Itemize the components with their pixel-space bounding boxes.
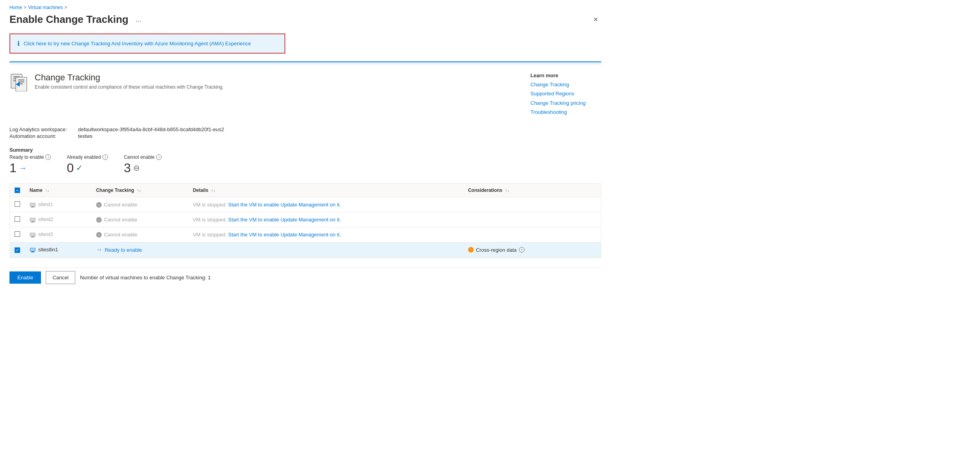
consideration-text: Cross-region data <box>476 247 517 253</box>
col-considerations[interactable]: Considerations ↑↓ <box>463 184 601 197</box>
svg-rect-11 <box>31 207 35 207</box>
enable-button[interactable]: Enable <box>9 271 41 284</box>
status-cannot: – Cannot enable <box>96 217 184 223</box>
info-banner-text: Click here to try new Change Tracking An… <box>24 41 251 46</box>
section-left: Change Tracking Enable consistent contro… <box>9 72 224 91</box>
vm-table: – Name ↑↓ Change Tracking ↑↓ Details ↑↓ … <box>10 184 601 258</box>
vm-icon <box>30 217 36 223</box>
row-checkbox-cell-sltestlin1[interactable]: ✓ <box>10 242 25 258</box>
status-text: Cannot enable <box>104 217 138 223</box>
row-name-sltest2: sltest2 <box>25 212 91 227</box>
learn-more-title: Learn more <box>530 72 601 78</box>
detail-static: VM is stopped. <box>193 217 228 223</box>
row-status-sltest3: – Cannot enable <box>91 227 188 242</box>
row-status-sltest1: – Cannot enable <box>91 197 188 212</box>
section-header: Change Tracking Enable consistent contro… <box>9 72 601 117</box>
table-row: sltest2 – Cannot enable VM is stopped. S… <box>10 212 601 227</box>
summary-already-info[interactable]: i <box>102 154 108 160</box>
select-all-checkbox[interactable]: – <box>15 188 20 193</box>
status-text: Cannot enable <box>104 232 138 238</box>
summary-cards: Ready to enable i 1 → Already enabled i … <box>9 154 601 175</box>
row-status-sltest2: – Cannot enable <box>91 212 188 227</box>
status-ready: → Ready to enable <box>96 246 184 253</box>
vm-icon <box>30 232 36 238</box>
consideration-info[interactable]: i <box>519 247 524 253</box>
ellipsis-button[interactable]: ... <box>133 15 144 24</box>
summary-ready-label: Ready to enable <box>9 154 44 160</box>
summary-cannot-label: Cannot enable <box>124 154 154 160</box>
log-analytics-row: Log Analytics workspace: defaultworkspac… <box>9 126 601 132</box>
row-checkbox-sltest1[interactable] <box>15 201 20 207</box>
row-checkbox-cell-sltest1[interactable] <box>10 197 25 212</box>
row-considerations-sltest3 <box>463 227 601 242</box>
row-considerations-sltest1 <box>463 197 601 212</box>
detail-link[interactable]: Start the VM to enable Update Management… <box>228 217 341 223</box>
section-info: Change Tracking Enable consistent contro… <box>35 72 224 90</box>
learn-more-change-tracking[interactable]: Change Tracking <box>530 80 601 89</box>
cannot-minus-icon: ⊖ <box>133 163 140 173</box>
row-considerations-sltestlin1: ! Cross-region data i <box>463 242 601 258</box>
svg-rect-19 <box>31 237 35 237</box>
footer-count-text: Number of virtual machines to enable Cha… <box>80 275 211 281</box>
row-details-sltest2: VM is stopped. Start the VM to enable Up… <box>188 212 463 227</box>
summary-ready-info[interactable]: i <box>45 154 51 160</box>
col-name[interactable]: Name ↑↓ <box>25 184 91 197</box>
automation-label: Automation account: <box>9 133 76 139</box>
change-tracking-icon <box>9 72 28 91</box>
row-details-sltestlin1 <box>188 242 463 258</box>
close-button[interactable]: ✕ <box>590 14 601 25</box>
ct-sort-icon: ↑↓ <box>137 188 141 193</box>
table-header-row: – Name ↑↓ Change Tracking ↑↓ Details ↑↓ … <box>10 184 601 197</box>
detail-link[interactable]: Start the VM to enable Update Management… <box>228 232 341 238</box>
summary-cannot-info[interactable]: i <box>156 154 162 160</box>
row-name-sltestlin1: sltestlin1 <box>25 242 91 258</box>
breadcrumb-virtual-machines[interactable]: Virtual machines <box>28 5 63 10</box>
row-checkbox-sltestlin1[interactable]: ✓ <box>15 247 20 253</box>
col-details[interactable]: Details ↑↓ <box>188 184 463 197</box>
summary-ready-count: 1 → <box>9 161 51 175</box>
learn-more-supported-regions[interactable]: Supported Regions <box>530 89 601 98</box>
svg-rect-20 <box>30 233 35 236</box>
already-check-icon: ✓ <box>76 163 83 173</box>
learn-more-pricing[interactable]: Change Tracking pricing <box>530 98 601 108</box>
detail-link[interactable]: Start the VM to enable Update Management… <box>228 202 341 208</box>
summary-cannot: Cannot enable i 3 ⊖ <box>124 154 162 175</box>
breadcrumb-home[interactable]: Home <box>9 5 22 10</box>
learn-more-troubleshooting[interactable]: Troubleshooting <box>530 108 601 117</box>
details-sort-icon: ↑↓ <box>211 188 215 193</box>
automation-value: testws <box>78 133 93 139</box>
workspace-info: Log Analytics workspace: defaultworkspac… <box>9 126 601 139</box>
ready-arrow-icon: → <box>96 246 102 253</box>
summary-already: Already enabled i 0 ✓ <box>67 154 108 175</box>
row-checkbox-sltest2[interactable] <box>15 216 20 222</box>
svg-rect-15 <box>31 222 35 222</box>
cannot-circle-icon: – <box>96 202 102 208</box>
footer: Enable Cancel Number of virtual machines… <box>9 268 601 284</box>
row-checkbox-sltest3[interactable] <box>15 231 20 237</box>
summary-cannot-count: 3 ⊖ <box>124 161 162 175</box>
info-banner-bg <box>9 61 601 65</box>
row-name-sltest3: sltest3 <box>25 227 91 242</box>
summary-already-count: 0 ✓ <box>67 161 108 175</box>
col-change-tracking[interactable]: Change Tracking ↑↓ <box>91 184 188 197</box>
row-name-text-sltestlin1: sltestlin1 <box>38 247 58 253</box>
cross-region: ! Cross-region data i <box>468 247 596 253</box>
svg-rect-10 <box>32 206 34 207</box>
vm-icon <box>30 247 36 253</box>
row-checkbox-cell-sltest2[interactable] <box>10 212 25 227</box>
cancel-button[interactable]: Cancel <box>46 271 75 284</box>
row-name-text-sltest2: sltest2 <box>38 216 53 222</box>
row-checkbox-cell-sltest3[interactable] <box>10 227 25 242</box>
breadcrumb-sep2: > <box>65 5 67 10</box>
svg-rect-23 <box>31 252 35 253</box>
row-details-sltest3: VM is stopped. Start the VM to enable Up… <box>188 227 463 242</box>
page-title: Enable Change Tracking <box>9 13 128 26</box>
row-name-text-sltest1: sltest1 <box>38 201 53 207</box>
info-banner[interactable]: ℹ Click here to try new Change Tracking … <box>9 33 285 54</box>
summary-title: Summary <box>9 147 601 153</box>
select-all-header[interactable]: – <box>10 184 25 197</box>
breadcrumb: Home > Virtual machines > <box>9 5 601 10</box>
svg-rect-6 <box>18 82 24 82</box>
info-icon: ℹ <box>17 40 20 47</box>
learn-more: Learn more Change Tracking Supported Reg… <box>530 72 601 117</box>
